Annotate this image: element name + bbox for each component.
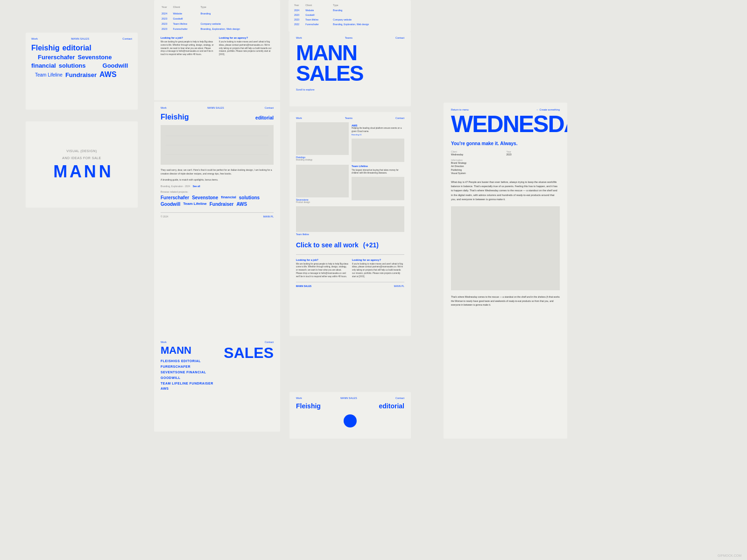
col-year: Year [294,4,304,7]
nav-contact[interactable]: Contact [395,117,404,119]
col-type: Type [333,4,405,7]
tag-teamlifeline[interactable]: Team Lifeline [183,202,207,207]
project-item[interactable]: AWS Helping the leading cloud platform e… [352,122,404,162]
watermark: GIFMOCK.COM [718,554,741,557]
card8b-nav: Work MANN SALES Contact [296,397,404,399]
nav-contact[interactable]: Contact [395,397,404,399]
project-sub-3: Product design [296,201,349,203]
table-row: 2023 Furerschafer Branding, Exploration,… [162,27,273,31]
nav-teams[interactable]: Teams [345,36,352,39]
card8-nav: Work Contact [161,341,274,343]
tag-financial[interactable]: financial [221,195,236,200]
tag-aws[interactable]: AWS [236,202,247,207]
year-col: Year 2023 [507,150,560,157]
word-fleishig[interactable]: Fleishig [31,44,59,52]
project-item[interactable]: Team Lifeline The largest interactive bu… [352,165,404,203]
looking-agency-title: Looking for an agency? [219,36,274,39]
card2-label2: AND IDEAS FOR SALE [62,156,101,160]
card8-list: FLEISHIGS EDITORIAL FURERSCHAFER SEVENTS… [161,358,213,392]
looking-section: Looking for a job? We are looking for gr… [296,254,404,279]
project-table: Year Client Type 2024 Website Branding 2… [161,5,274,32]
scroll-label: Scroll to explore [296,88,404,91]
looking-agency-body: If you're looking to make moves and aren… [352,263,404,279]
card-hero-mann: Work Teams Contact MANNSALES Scroll to e… [289,32,411,106]
word-sevenstone[interactable]: Sevenstone [78,54,112,61]
nav-work[interactable]: Work [31,37,38,40]
tag-furerschafer[interactable]: Furerschafer [161,195,189,200]
card4-body1: They said sorry, dear, we can't. Here's … [161,168,274,175]
tag-sevenstone[interactable]: Sevenstone [192,195,218,200]
tag-goodwill[interactable]: Goodwill [161,202,180,207]
col-year: Year [162,6,172,10]
card4-body2: A branding guide, to match with spotligh… [161,178,274,182]
small-project-table: Year Client Type 2024 Website Branding 2… [293,3,406,27]
project-item-5[interactable]: Team lifeline [296,206,404,236]
nav-contact[interactable]: Contact [395,36,404,39]
nav-contact[interactable]: Contact [265,341,274,343]
main-canvas: Work MANN SALES Contact Fleishig editori… [0,0,747,560]
word-teamlifeline[interactable]: Team Lifeline [35,72,63,77]
nav-work[interactable]: Work [296,397,302,399]
card8b-title2: editorial [379,402,404,410]
card6-footer: MANN SALES MANN PL [296,282,404,287]
col-client: Client [305,4,332,7]
card6-nav: Work Teams Contact [296,117,404,119]
cta-text[interactable]: Click to see all work [296,241,359,249]
word-financial[interactable]: financial [31,62,56,69]
card4-subtitle: editorial [255,115,274,120]
card-bottom-nav: Work Contact MANN FLEISHIGS EDITORIAL FU… [154,336,280,432]
card8-logo-left: MANN FLEISHIGS EDITORIAL FURERSCHAFER SE… [161,345,213,392]
looking-job-body: We are looking for great people to help … [296,263,348,279]
img-svg [166,126,268,164]
word-goodwill[interactable]: Goodwill [103,62,128,69]
project-thumb-3 [296,165,349,197]
project-thumb-1 [296,122,349,155]
footer-logo: MANN SALES [296,285,311,287]
word-editorial[interactable]: editorial [62,44,91,52]
card4-footer-left: © 2024 [161,215,168,218]
nav-work[interactable]: Work [161,106,167,109]
word-solutions[interactable]: solutions [59,62,86,69]
table-row: 2023 Team lifeline Company website [162,21,273,26]
nav-brand: MANN SALES [207,106,224,109]
project-item[interactable]: Sevenstone Product design [296,165,349,203]
project-thumb-5 [296,206,404,232]
table-row: 2022 Furerschafer Branding, Exploration,… [294,22,405,26]
nav-contact[interactable]: Contact [122,37,132,40]
see-all-link[interactable]: See all [193,185,200,188]
col-client: Client [173,6,199,10]
nav-contact[interactable]: Contact [265,106,274,109]
table-row: 2023 Goodwill [162,16,273,21]
teamlifeline-desc: The largest interactive buying that take… [352,169,404,175]
card10-body1: What day is it? People are busier than e… [451,180,560,202]
card-visual-design: VISUAL (DESIGN) AND IDEAS FOR SALE M A N… [26,121,138,208]
card4-title: Fleishig [161,113,189,121]
project-item[interactable]: Fleishigo Branding strategy [296,122,349,162]
card1-nav: Work MANN SALES Contact [31,37,132,40]
card4-meta: Branding, Exploration · 2024 See all [161,185,274,188]
logo-sales: SALES [224,345,274,360]
teamlifeline-label: Team Lifeline [352,165,404,168]
word-furerschafer[interactable]: Furerschafer [38,54,75,61]
table-row: 2024 Website Branding [294,8,405,12]
word-fundraiser[interactable]: Fundraiser [65,71,97,78]
card4-title-row: Fleishig editorial [161,113,274,121]
table-row: 2023 Goodwill [294,13,405,17]
nav-work[interactable]: Work [296,36,302,39]
card8-logo-row: MANN FLEISHIGS EDITORIAL FURERSCHAFER SE… [161,345,274,392]
card-wednesday: Return to menu ← Create something WEDNES… [444,103,567,439]
nav-teams[interactable]: Teams [345,117,352,119]
services-value: Brand Strategy Art Direction Publishing … [451,161,505,175]
cta-row[interactable]: Click to see all work (+21) [296,241,404,249]
looking-job-title: Looking for a job? [161,36,215,39]
tag-fundraiser[interactable]: Fundraiser [210,202,234,207]
word-cloud: Fleishig editorial Furerschafer Sevensto… [31,44,132,79]
nav-work[interactable]: Work [161,341,167,343]
word-aws[interactable]: AWS [99,70,116,79]
looking-job-title: Looking for a job? [296,259,348,261]
nav-work[interactable]: Work [296,117,302,119]
tag-solutions[interactable]: solutions [239,195,260,200]
logo-mann: MANN [161,345,213,356]
table-row: 2023 Team lifeline Company website [294,18,405,21]
list-item: FURERSCHAFER [161,364,213,370]
